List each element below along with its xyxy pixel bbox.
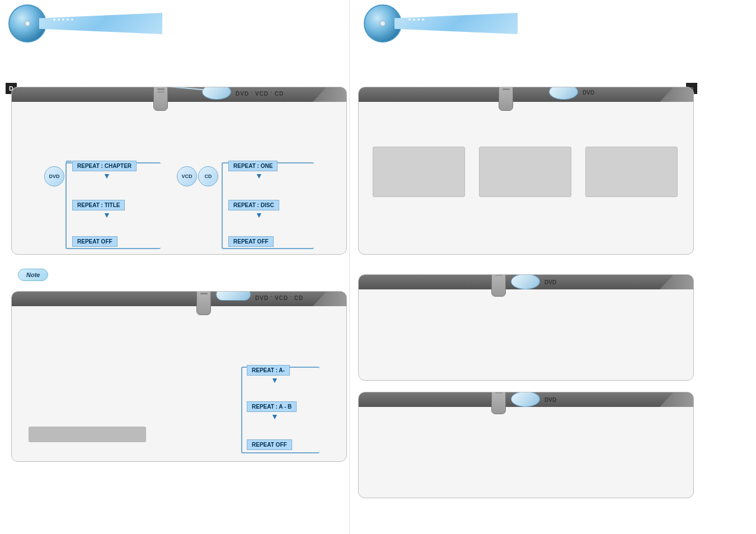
arrow-down-3a: ▼ [271, 376, 279, 385]
panel-2-body: DVD [359, 102, 693, 255]
panel-2-header [359, 87, 693, 102]
remote-1 [153, 87, 168, 111]
page-divider [349, 0, 350, 534]
disc-decoration-left [6, 3, 173, 45]
dvd-circle-1: DVD [44, 166, 64, 186]
media-labels-1: DVD · VCD · CD [236, 90, 284, 97]
repeat-disc-box: REPEAT : DISC [228, 200, 279, 210]
media-labels-5: DVD [544, 397, 556, 403]
thumbnail-1 [373, 147, 465, 197]
panel-4: DVD [358, 274, 694, 381]
repeat-ab-box: REPEAT : A - B [247, 401, 297, 412]
thumbnail-2 [479, 147, 571, 197]
arrow-down-1b: ▼ [103, 210, 111, 219]
panel-2: DVD [358, 87, 694, 255]
disc-decoration-right [361, 3, 529, 45]
panel-3: DVD · VCD · CD REPEAT : A- ▼ REPEAT : A … [11, 291, 347, 462]
panel-3-body: DVD · VCD · CD REPEAT : A- ▼ REPEAT : A … [12, 306, 346, 462]
disc-ribbon-right [395, 13, 518, 34]
remote-2 [499, 87, 513, 111]
panel-1-header [12, 87, 346, 102]
grey-bar-1 [29, 427, 146, 442]
panel-1-body: DVD · VCD · CD DVD VCD CD REPEAT : CHAPT… [12, 102, 346, 255]
thumbnail-3 [585, 147, 678, 197]
media-labels-2: DVD [583, 90, 594, 96]
remote-4 [491, 274, 506, 297]
disc-ribbon-left [39, 13, 162, 34]
disc-dots-left [53, 18, 73, 21]
remote-5 [491, 392, 506, 414]
loop-arrow-left [66, 161, 72, 163]
oval-button-5[interactable] [511, 392, 540, 407]
arrow-down-2b: ▼ [255, 210, 263, 219]
oval-button-4[interactable] [511, 274, 540, 289]
vcd-circle-1: VCD [177, 166, 197, 186]
arrow-down-3b: ▼ [271, 412, 279, 421]
repeat-off-left-box: REPEAT OFF [72, 236, 118, 247]
media-labels-4: DVD [544, 279, 556, 285]
media-labels-3: DVD · VCD · CD [255, 294, 303, 301]
repeat-off-3-box: REPEAT OFF [247, 439, 292, 450]
oval-button-3[interactable] [216, 291, 251, 301]
repeat-chapter-box: REPEAT : CHAPTER [72, 161, 137, 171]
arrow-down-2a: ▼ [255, 171, 263, 180]
repeat-title-box: REPEAT : TITLE [72, 200, 125, 210]
disc-dots-right [408, 18, 424, 21]
cd-circle-1: CD [198, 166, 218, 186]
repeat-off-right-box: REPEAT OFF [228, 236, 274, 247]
panel-4-body: DVD [359, 289, 693, 381]
panel-5: DVD [358, 392, 694, 498]
panel-5-body: DVD [359, 407, 693, 498]
repeat-one-box: REPEAT : ONE [228, 161, 278, 171]
remote-3 [196, 291, 211, 315]
note-bubble: Note [18, 269, 48, 281]
panel-1: DVD · VCD · CD DVD VCD CD REPEAT : CHAPT… [11, 87, 347, 255]
repeat-a-box: REPEAT : A- [247, 365, 290, 376]
arrow-down-1a: ▼ [103, 171, 111, 180]
